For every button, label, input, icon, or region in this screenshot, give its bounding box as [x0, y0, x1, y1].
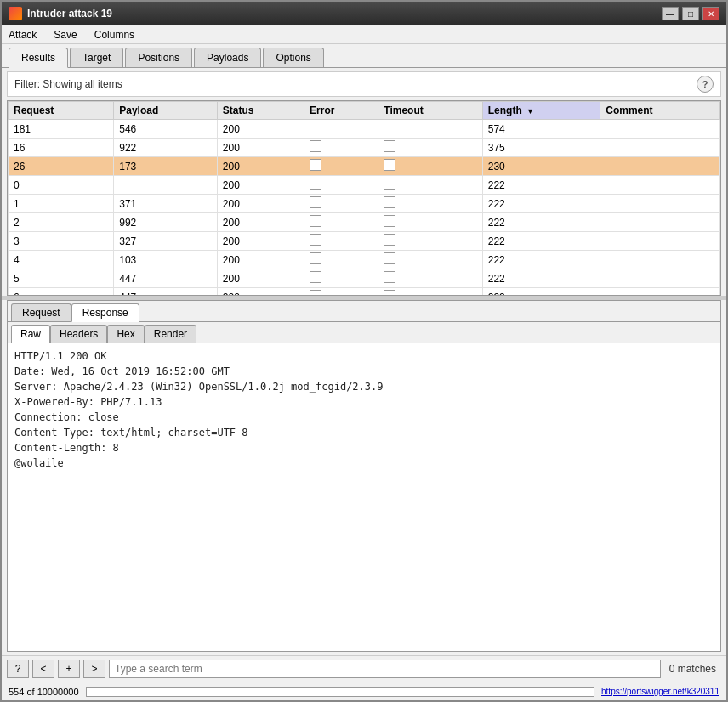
bottom-toolbar: ? < + > 0 matches — [2, 655, 726, 682]
error-checkbox[interactable] — [310, 234, 321, 246]
bottom-panel: Request Response Raw Headers Hex Render … — [7, 300, 721, 652]
title-bar-left: Intruder attack 19 — [9, 7, 112, 20]
inner-tab-raw[interactable]: Raw — [11, 325, 50, 343]
col-timeout[interactable]: Timeout — [378, 102, 482, 120]
table-row[interactable]: 5447200222 — [9, 269, 720, 288]
tab-results[interactable]: Results — [9, 48, 68, 68]
timeout-checkbox[interactable] — [384, 178, 395, 190]
timeout-checkbox[interactable] — [384, 122, 395, 133]
minimize-button[interactable]: — — [662, 7, 679, 20]
error-checkbox[interactable] — [310, 178, 321, 190]
timeout-checkbox[interactable] — [384, 271, 395, 283]
table-row[interactable]: 16922200375 — [9, 139, 720, 157]
col-length[interactable]: Length ▼ — [482, 102, 600, 120]
response-content-area: HTTP/1.1 200 OKDate: Wed, 16 Oct 2019 16… — [8, 343, 720, 651]
table-row[interactable]: 3327200222 — [9, 232, 720, 251]
table-row[interactable]: 26173200230 — [9, 157, 720, 176]
timeout-checkbox[interactable] — [384, 159, 395, 171]
sub-tab-bar: Request Response — [8, 301, 720, 322]
window-title: Intruder attack 19 — [27, 8, 112, 20]
status-count: 554 of 10000000 — [9, 687, 79, 697]
error-checkbox[interactable] — [310, 196, 321, 208]
col-status[interactable]: Status — [217, 102, 304, 120]
help-button[interactable]: ? — [7, 660, 29, 678]
menu-bar: Attack Save Columns — [2, 25, 726, 44]
tab-positions[interactable]: Positions — [125, 48, 192, 67]
col-error[interactable]: Error — [304, 102, 378, 120]
response-line: X-Powered-By: PHP/7.1.13 — [14, 394, 714, 410]
timeout-checkbox[interactable] — [384, 234, 395, 246]
response-line: Content-Length: 8 — [14, 440, 714, 456]
results-table-container: Request Payload Status Error Timeout Len… — [7, 100, 721, 296]
table-row[interactable]: 1371200222 — [9, 195, 720, 213]
col-request[interactable]: Request — [9, 102, 114, 120]
table-row[interactable]: 0200222 — [9, 176, 720, 195]
prev-button[interactable]: < — [32, 660, 54, 678]
app-icon — [9, 7, 22, 20]
error-checkbox[interactable] — [310, 140, 321, 152]
timeout-checkbox[interactable] — [384, 140, 395, 152]
filter-text: Filter: Showing all items — [14, 78, 122, 90]
tab-options[interactable]: Options — [263, 48, 323, 67]
tab-payloads[interactable]: Payloads — [194, 48, 261, 67]
sub-tab-response[interactable]: Response — [71, 303, 139, 322]
tab-target[interactable]: Target — [70, 48, 123, 67]
table-row[interactable]: 2992200222 — [9, 213, 720, 232]
inner-tab-headers[interactable]: Headers — [50, 325, 107, 343]
col-payload[interactable]: Payload — [114, 102, 218, 120]
menu-save[interactable]: Save — [50, 28, 80, 42]
timeout-checkbox[interactable] — [384, 215, 395, 227]
close-button[interactable]: ✕ — [702, 7, 719, 20]
status-bar: 554 of 10000000 https://portswigger.net/… — [2, 682, 726, 700]
main-tab-bar: Results Target Positions Payloads Option… — [2, 44, 726, 68]
match-count: 0 matches — [664, 663, 721, 675]
timeout-checkbox[interactable] — [384, 196, 395, 208]
filter-help-button[interactable]: ? — [697, 76, 714, 93]
response-line: Connection: close — [14, 410, 714, 425]
timeout-checkbox[interactable] — [384, 252, 395, 264]
response-line: Content-Type: text/html; charset=UTF-8 — [14, 425, 714, 440]
inner-tab-hex[interactable]: Hex — [107, 325, 144, 343]
filter-bar: Filter: Showing all items ? — [7, 71, 721, 97]
status-url[interactable]: https://portswigger.net/k320311 — [601, 687, 719, 696]
error-checkbox[interactable] — [310, 290, 321, 296]
maximize-button[interactable]: □ — [682, 7, 699, 20]
table-row[interactable]: 6447200222 — [9, 288, 720, 297]
timeout-checkbox[interactable] — [384, 290, 395, 296]
sort-arrow-icon: ▼ — [526, 107, 534, 116]
search-input[interactable] — [109, 660, 661, 678]
error-checkbox[interactable] — [310, 122, 321, 133]
menu-columns[interactable]: Columns — [91, 28, 138, 42]
sub-tab-request[interactable]: Request — [11, 303, 71, 321]
table-row[interactable]: 4103200222 — [9, 251, 720, 269]
response-line: HTTP/1.1 200 OK — [14, 348, 714, 364]
main-window: Intruder attack 19 — □ ✕ Attack Save Col… — [0, 0, 728, 702]
next-button[interactable]: > — [83, 660, 105, 678]
results-table: Request Payload Status Error Timeout Len… — [8, 101, 720, 296]
window-controls: — □ ✕ — [662, 7, 719, 20]
col-comment[interactable]: Comment — [600, 102, 720, 120]
response-line: Server: Apache/2.4.23 (Win32) OpenSSL/1.… — [14, 379, 714, 394]
add-button[interactable]: + — [58, 660, 80, 678]
menu-attack[interactable]: Attack — [5, 28, 40, 42]
inner-tab-bar: Raw Headers Hex Render — [8, 322, 720, 343]
error-checkbox[interactable] — [310, 159, 321, 171]
inner-tab-render[interactable]: Render — [145, 325, 196, 343]
error-checkbox[interactable] — [310, 252, 321, 264]
response-line: @wolaile — [14, 456, 714, 471]
table-row[interactable]: 181546200574 — [9, 120, 720, 139]
progress-bar — [86, 687, 594, 697]
error-checkbox[interactable] — [310, 215, 321, 227]
title-bar: Intruder attack 19 — □ ✕ — [2, 2, 726, 25]
error-checkbox[interactable] — [310, 271, 321, 283]
response-line: Date: Wed, 16 Oct 2019 16:52:00 GMT — [14, 364, 714, 379]
